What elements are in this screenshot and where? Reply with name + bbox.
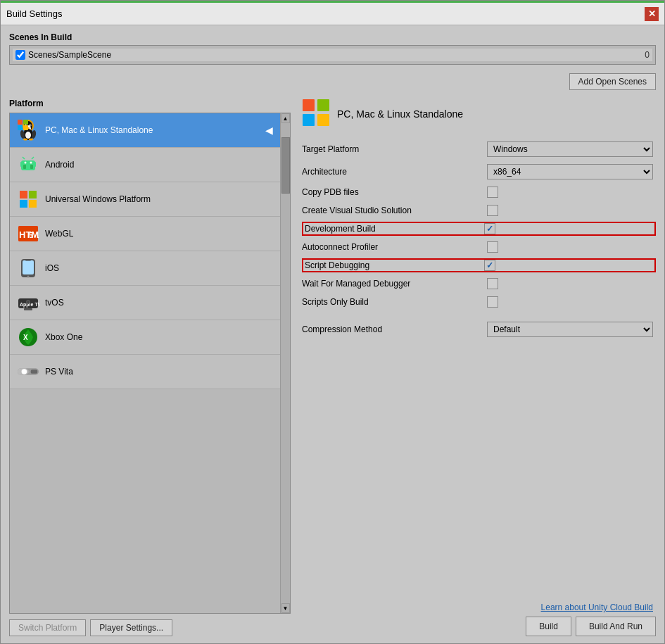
scripts-only-build-row: Scripts Only Build [302, 295, 656, 309]
svg-line-24 [32, 157, 34, 159]
platform-item-psvita-label: PS Vita [45, 367, 73, 377]
script-debugging-control [484, 260, 653, 271]
scripts-only-build-checkbox[interactable] [487, 296, 498, 308]
settings-platform-title: PC, Mac & Linux Standalone [337, 108, 463, 120]
svg-rect-17 [23, 125, 28, 130]
create-vs-checkbox[interactable] [487, 205, 498, 216]
architecture-label: Architecture [302, 167, 487, 177]
main-content: Scenes In Build Scenes/SampleScene 0 Add… [1, 25, 664, 643]
target-platform-dropdown[interactable]: Windows Mac OS X Linux [487, 141, 653, 157]
platform-label: Platform [9, 99, 291, 108]
add-open-scenes-button[interactable]: Add Open Scenes [569, 73, 656, 90]
svg-rect-38 [23, 260, 34, 274]
wait-managed-debugger-control [487, 278, 656, 289]
svg-text:5: 5 [29, 232, 33, 239]
platform-panel: Platform [9, 99, 291, 636]
add-open-scenes-row: Add Open Scenes [9, 70, 656, 93]
scenes-label: Scenes In Build [9, 32, 656, 42]
platform-item-android-label: Android [45, 160, 74, 170]
platform-item-xbox-label: Xbox One [45, 332, 82, 342]
wait-managed-debugger-checkbox[interactable] [487, 278, 498, 289]
svg-point-10 [23, 139, 27, 141]
svg-rect-57 [317, 114, 329, 126]
svg-point-11 [29, 139, 33, 141]
wait-managed-debugger-row: Wait For Managed Debugger [302, 277, 656, 291]
switch-platform-button[interactable]: Switch Platform [9, 619, 86, 636]
svg-rect-29 [20, 200, 27, 208]
platform-item-tvos[interactable]: Apple TV tvOS [10, 286, 280, 320]
svg-point-9 [25, 132, 31, 139]
bottom-section: Platform [9, 99, 656, 636]
svg-line-23 [23, 157, 25, 159]
xbox-icon: X [17, 326, 39, 348]
copy-pdb-label: Copy PDB files [302, 187, 487, 197]
selected-arrow: ◀ [265, 125, 273, 136]
svg-rect-14 [18, 120, 23, 125]
svg-rect-42 [24, 308, 32, 310]
autoconnect-profiler-label: Autoconnect Profiler [302, 242, 487, 252]
script-debugging-checkbox[interactable] [484, 260, 495, 271]
svg-rect-27 [20, 191, 27, 198]
compression-dropdown[interactable]: Default LZ4 LZ4HC [487, 322, 653, 337]
player-settings-button[interactable]: Player Settings... [90, 619, 172, 636]
development-build-label: Development Build [305, 224, 484, 234]
cloud-build-row: Learn about Unity Cloud Build [302, 602, 656, 612]
create-vs-row: Create Visual Studio Solution [302, 203, 656, 217]
target-platform-row: Target Platform Windows Mac OS X Linux [302, 140, 656, 158]
ios-platform-icon [17, 257, 39, 279]
svg-rect-30 [29, 200, 37, 208]
autoconnect-profiler-row: Autoconnect Profiler [302, 240, 656, 254]
architecture-row: Architecture x86 x86_64 [302, 163, 656, 181]
android-icon [17, 153, 39, 176]
settings-header: PC, Mac & Linux Standalone [302, 99, 656, 129]
scroll-up-arrow[interactable]: ▲ [281, 113, 290, 123]
platform-item-webgl[interactable]: HTML H5 HTML 5 WebGL [10, 217, 280, 251]
uwp-icon [17, 188, 39, 210]
build-buttons-row: Build Build And Run [302, 617, 656, 636]
development-build-row: Development Build [302, 222, 656, 236]
platform-item-webgl-label: WebGL [45, 229, 73, 239]
scenes-section: Scenes In Build Scenes/SampleScene 0 [9, 32, 656, 65]
svg-point-53 [22, 369, 27, 374]
scene-checkbox[interactable] [15, 50, 25, 60]
svg-rect-54 [303, 99, 315, 111]
platform-item-pc[interactable]: PC, Mac & Linux Standalone ◀ [10, 113, 280, 148]
svg-rect-16 [18, 125, 23, 130]
platform-item-android[interactable]: Android [10, 148, 280, 182]
platform-item-uwp[interactable]: Universal Windows Platform [10, 182, 280, 217]
architecture-dropdown[interactable]: x86 x86_64 [487, 164, 653, 179]
build-settings-window: Build Settings ✕ Scenes In Build Scenes/… [0, 0, 665, 644]
window-title: Build Settings [6, 8, 63, 19]
platform-item-ios[interactable]: iOS [10, 251, 280, 286]
svg-text:X: X [23, 334, 28, 341]
title-bar-left: Build Settings [6, 8, 63, 19]
create-vs-label: Create Visual Studio Solution [302, 206, 487, 215]
scrollbar-thumb[interactable] [281, 137, 290, 194]
svg-point-39 [27, 276, 30, 278]
platform-item-psvita[interactable]: PS Vita [10, 355, 280, 389]
psvita-icon [17, 360, 39, 383]
platform-scrollbar: ▲ ▼ [280, 113, 290, 613]
scroll-down-arrow[interactable]: ▼ [281, 603, 290, 613]
svg-point-21 [25, 162, 27, 164]
svg-rect-19 [23, 165, 26, 169]
scene-item-left: Scenes/SampleScene [15, 50, 111, 60]
platform-item-uwp-label: Universal Windows Platform [45, 194, 151, 204]
svg-rect-15 [23, 120, 28, 125]
cloud-build-link[interactable]: Learn about Unity Cloud Build [541, 602, 653, 612]
autoconnect-profiler-checkbox[interactable] [487, 241, 498, 253]
platform-item-xbox[interactable]: X Xbox One [10, 320, 280, 355]
build-button[interactable]: Build [526, 617, 571, 636]
close-button[interactable]: ✕ [645, 7, 659, 21]
build-and-run-button[interactable]: Build And Run [576, 617, 656, 636]
development-build-checkbox[interactable] [484, 223, 495, 234]
svg-rect-25 [20, 162, 23, 167]
architecture-control: x86 x86_64 [487, 164, 656, 179]
pc-icon [17, 119, 39, 141]
scene-index: 0 [645, 50, 650, 60]
platform-list: PC, Mac & Linux Standalone ◀ [10, 113, 280, 613]
scripts-only-build-control [487, 296, 656, 308]
platform-item-pc-label: PC, Mac & Linux Standalone [45, 125, 153, 135]
svg-point-45 [27, 301, 30, 303]
copy-pdb-checkbox[interactable] [487, 187, 498, 198]
